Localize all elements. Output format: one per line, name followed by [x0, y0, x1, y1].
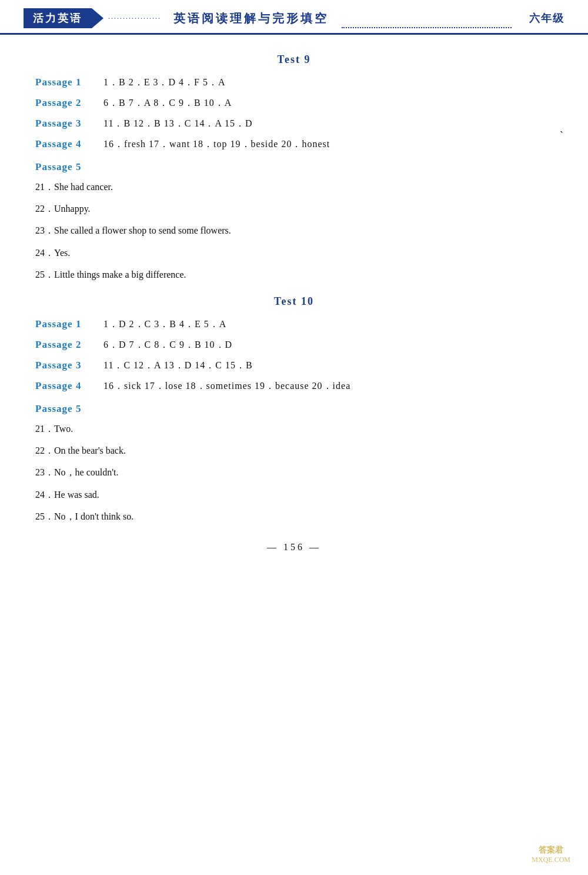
- test10-passage2-label: Passage 2: [35, 339, 100, 351]
- test10-passage4-label: Passage 4: [35, 380, 100, 392]
- test9-passage1-row: Passage 1 1．B 2．E 3．D 4．F 5．A: [35, 76, 553, 89]
- test9-passage1-label: Passage 1: [35, 76, 100, 88]
- test10-passage3-answers: 11．C 12．A 13．D 14．C 15．B: [103, 360, 253, 372]
- test9-passage2-answers: 6．B 7．A 8．C 9．B 10．A: [103, 97, 232, 109]
- test9-title: Test 9: [35, 54, 553, 66]
- test10-passage3-row: Passage 3 11．C 12．A 13．D 14．C 15．B: [35, 360, 553, 372]
- test9-passage4-label: Passage 4: [35, 138, 100, 150]
- test10-qa-3: 23．No，he couldn't.: [35, 464, 553, 480]
- test10-passage2-answers: 6．D 7．C 8．C 9．B 10．D: [103, 339, 232, 351]
- page: 活力英语 ·················· 英语阅读理解与完形填空 六年级 …: [0, 0, 588, 875]
- test9-passage3-label: Passage 3: [35, 118, 100, 129]
- test9-passage2-label: Passage 2: [35, 97, 100, 109]
- test10-passage1-row: Passage 1 1．D 2．C 3．B 4．E 5．A: [35, 318, 553, 331]
- dotted-separator: [342, 25, 512, 28]
- test9-qa-3: 23．She called a flower shop to send some…: [35, 222, 553, 238]
- header-title: 英语阅读理解与完形填空: [166, 8, 336, 28]
- test9-passage4-row: Passage 4 16．fresh 17．want 18．top 19．bes…: [35, 138, 553, 151]
- test10-qa-2: 22．On the bear's back.: [35, 443, 553, 458]
- watermark-top: 答案君: [532, 845, 570, 856]
- brand-label: 活力英语: [33, 11, 82, 25]
- test9-qa-1: 21．She had cancer.: [35, 179, 553, 195]
- header-dots: ··················: [103, 8, 166, 28]
- test9-passage5-label: Passage 5: [35, 161, 553, 173]
- test10-passage1-label: Passage 1: [35, 318, 100, 330]
- test10-passage5-label: Passage 5: [35, 403, 553, 415]
- test9-passage3-answers: 11．B 12．B 13．C 14．A 15．D: [103, 118, 253, 130]
- test10-title: Test 10: [35, 295, 553, 308]
- test9-passage4-answers: 16．fresh 17．want 18．top 19．beside 20．hon…: [103, 138, 330, 151]
- test10-qa-4: 24．He was sad.: [35, 487, 553, 503]
- brand-box: 活力英语: [24, 8, 92, 28]
- test10-passage4-row: Passage 4 16．sick 17．lose 18．sometimes 1…: [35, 380, 553, 392]
- test9-qa-2: 22．Unhappy.: [35, 201, 553, 217]
- dots-pattern: ··················: [108, 14, 161, 23]
- test10-passage3-label: Passage 3: [35, 360, 100, 371]
- test9-qa-5: 25．Little things make a big difference.: [35, 267, 553, 282]
- test9-passage1-answers: 1．B 2．E 3．D 4．F 5．A: [103, 76, 225, 89]
- test9-passage2-row: Passage 2 6．B 7．A 8．C 9．B 10．A: [35, 97, 553, 109]
- tick-mark: `: [560, 129, 563, 142]
- watermark: 答案君 MXQE.COM: [532, 845, 570, 864]
- test9-passage3-row: Passage 3 11．B 12．B 13．C 14．A 15．D: [35, 118, 553, 130]
- test10-qa-1: 21．Two.: [35, 421, 553, 437]
- test10-passage2-row: Passage 2 6．D 7．C 8．C 9．B 10．D: [35, 339, 553, 351]
- test9-qa-4: 24．Yes.: [35, 245, 553, 261]
- page-number: — 156 —: [35, 542, 553, 553]
- watermark-bottom: MXQE.COM: [532, 856, 570, 864]
- header-bar: 活力英语 ·················· 英语阅读理解与完形填空 六年级: [0, 0, 588, 35]
- test10-passage4-answers: 16．sick 17．lose 18．sometimes 19．because …: [103, 380, 350, 392]
- test10-qa-5: 25．No，I don't think so.: [35, 508, 553, 524]
- test10-passage1-answers: 1．D 2．C 3．B 4．E 5．A: [103, 318, 226, 331]
- content-area: Test 9 Passage 1 1．B 2．E 3．D 4．F 5．A Pas…: [0, 35, 588, 576]
- header-chevron-icon: [92, 8, 103, 28]
- header-grade: 六年级: [517, 8, 564, 28]
